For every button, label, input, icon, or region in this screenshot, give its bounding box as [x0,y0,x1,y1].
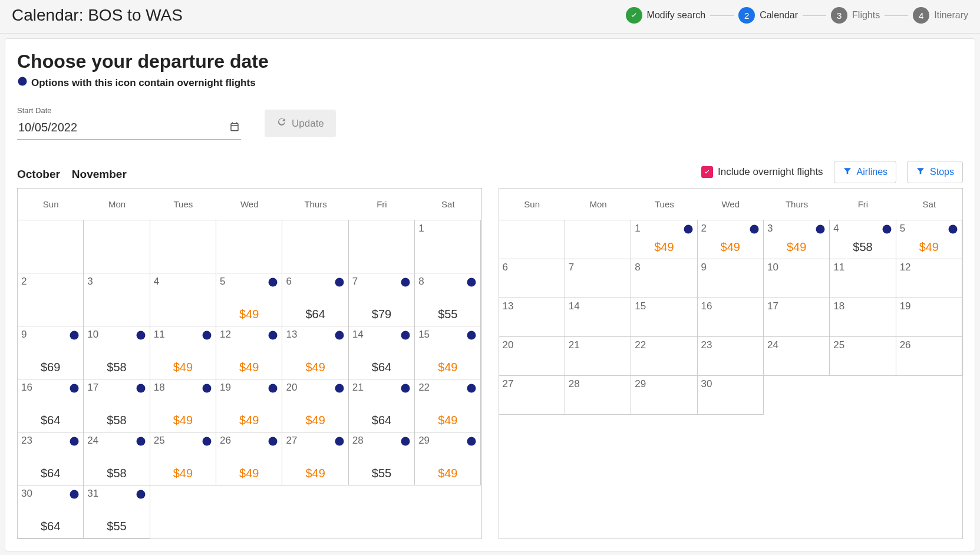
calendar-cell[interactable]: 5$49 [896,220,962,259]
step-label: Calendar [760,10,798,21]
calendar-cell[interactable]: 3$49 [764,220,830,259]
calendar-cell[interactable]: 14$64 [349,326,415,379]
price-value: $49 [220,308,278,321]
calendar-cell[interactable]: 24$58 [84,432,150,485]
price-value: $49 [154,361,212,374]
calendar-cell: 17 [764,298,830,337]
start-date-field[interactable] [18,121,229,134]
svg-point-1 [269,278,278,287]
day-number: 3 [87,276,146,288]
price-value: $49 [418,361,477,374]
day-number: 1 [418,223,477,234]
tab-october[interactable]: October [17,168,60,181]
update-button[interactable]: Update [265,110,336,137]
airlines-filter-button[interactable]: Airlines [834,161,896,183]
calendar-cell[interactable]: 15$49 [415,326,481,379]
calendar-cell[interactable]: 28$55 [349,432,415,485]
calendar-cell[interactable]: 12$49 [216,326,282,379]
calendar-cell[interactable]: 5$49 [216,273,282,326]
svg-point-13 [136,384,145,393]
calendar-cell[interactable]: 11$49 [150,326,216,379]
calendar-cell[interactable]: 17$58 [84,379,150,432]
moon-icon [268,383,278,396]
calendar-cell[interactable]: 31$55 [84,485,150,539]
calendar-cell[interactable]: 19$49 [216,379,282,432]
moon-icon [268,436,278,449]
start-date-input[interactable] [17,118,241,140]
day-number: 14 [569,300,627,312]
stops-label: Stops [930,167,954,177]
dow-header: Thurs [764,189,830,220]
calendar-cell: 19 [896,298,962,337]
calendar-cell[interactable]: 23$64 [18,432,84,485]
moon-icon [334,383,345,396]
calendar-cell: 14 [565,298,631,337]
step-label: Flights [852,10,880,21]
calendar-cell[interactable]: 1$49 [631,220,697,259]
checkbox-checked-icon [701,166,713,178]
calendar-cell[interactable]: 16$64 [18,379,84,432]
calendar-cell[interactable]: 21$64 [349,379,415,432]
dow-header: Fri [830,189,896,220]
calendar-cell[interactable]: 6$64 [282,273,348,326]
stops-filter-button[interactable]: Stops [907,161,963,183]
step-calendar[interactable]: 2 Calendar [738,7,798,24]
calendar-cell: 9 [698,259,764,298]
price-value: $58 [87,414,146,427]
overnight-legend: Options with this icon contain overnight… [17,76,963,90]
day-number: 13 [503,300,561,312]
price-value: $49 [701,240,760,254]
calendar-cell: 18 [830,298,896,337]
price-value: $49 [286,467,344,480]
step-modify-search[interactable]: Modify search [626,7,706,24]
moon-icon [400,436,411,449]
calendar-cell[interactable]: 30$64 [18,485,84,539]
calendar-cell[interactable]: 18$49 [150,379,216,432]
moon-icon [202,383,212,396]
calendar-icon[interactable] [229,121,240,134]
price-value: $49 [154,414,212,427]
svg-point-23 [335,437,344,446]
step-number-icon: 3 [831,7,847,24]
calendar-cell[interactable]: 27$49 [282,432,348,485]
calendar-cell[interactable]: 29$49 [415,432,481,485]
day-number: 17 [767,300,826,312]
tab-november[interactable]: November [72,168,127,181]
calendar-cell[interactable]: 20$49 [282,379,348,432]
calendar-cell[interactable]: 10$58 [84,326,150,379]
svg-point-30 [816,225,825,234]
calendar-cell: 30 [698,376,764,415]
calendar-cell[interactable]: 26$49 [216,432,282,485]
dow-header: Sun [18,189,84,220]
calendar-cell[interactable]: 4$58 [830,220,896,259]
dow-header: Wed [216,189,282,220]
calendar-cell[interactable]: 22$49 [415,379,481,432]
include-overnight-toggle[interactable]: Include overnight flights [701,166,823,178]
moon-icon [466,383,477,396]
svg-point-14 [203,384,212,393]
price-value: $64 [21,520,80,533]
calendar-november: SunMonTuesWedThursFriSat 1$492$493$494$5… [499,188,963,539]
calendar-cell: 26 [896,337,962,376]
calendar-cell[interactable]: 13$49 [282,326,348,379]
moon-icon [882,224,892,237]
price-value: $58 [833,240,892,254]
moon-icon [466,277,477,290]
calendar-cell[interactable]: 9$69 [18,326,84,379]
moon-icon [17,76,28,90]
dow-header: Sun [499,189,565,220]
calendar-cell[interactable]: 25$49 [150,432,216,485]
svg-point-12 [70,384,79,393]
calendar-cell[interactable]: 2$49 [698,220,764,259]
day-number: 19 [900,300,958,312]
day-number: 10 [767,262,826,273]
calendar-cell-empty [499,220,565,259]
calendar-cell[interactable]: 7$79 [349,273,415,326]
calendar-cell[interactable]: 8$55 [415,273,481,326]
svg-point-18 [467,384,476,393]
airlines-label: Airlines [857,167,887,177]
moon-icon [268,330,278,343]
moon-icon [334,436,345,449]
svg-point-26 [70,490,79,499]
day-number: 23 [701,339,760,351]
